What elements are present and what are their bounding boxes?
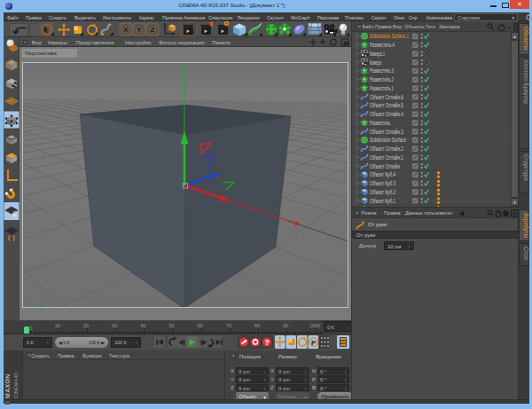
svg-text:?: ? <box>264 338 269 347</box>
svg-text:Объект Сплайн: Объект Сплайн <box>370 163 400 169</box>
svg-text:Объект Куб.3: Объект Куб.3 <box>370 180 395 187</box>
svg-text:X: X <box>123 26 129 34</box>
svg-text:Subdivision Surface: Subdivision Surface <box>370 137 406 143</box>
svg-text:Камера: Камера <box>370 59 381 67</box>
svg-text:Объект Сплайн.4: Объект Сплайн.4 <box>370 111 403 117</box>
svg-text:Объект Куб.4: Объект Куб.4 <box>370 171 395 178</box>
svg-text:Z: Z <box>151 26 155 34</box>
svg-text:Разместить.1: Разместить.1 <box>370 85 394 91</box>
svg-text:Разместить: Разместить <box>370 120 390 126</box>
svg-text:Объект Сплайн.6: Объект Сплайн.6 <box>370 94 403 100</box>
svg-text:Камера.1: Камера.1 <box>370 51 385 58</box>
svg-text:Разместить.4: Разместить.4 <box>370 42 395 48</box>
svg-text:Разместить.3: Разместить.3 <box>370 67 394 74</box>
svg-text:P: P <box>311 339 317 347</box>
svg-text:Объект Сплайн.2: Объект Сплайн.2 <box>370 146 403 152</box>
svg-text:Объект Сплайн.3: Объект Сплайн.3 <box>370 129 403 135</box>
svg-text:Subdivision Surface.1: Subdivision Surface.1 <box>370 33 409 39</box>
svg-text:Объект Куб.2: Объект Куб.2 <box>370 189 395 196</box>
svg-text:Объект Сплайн.1: Объект Сплайн.1 <box>370 154 403 161</box>
svg-text:Объект Сплайн.5: Объект Сплайн.5 <box>370 102 403 108</box>
svg-text:Y: Y <box>137 26 142 34</box>
svg-text:Объект Куб.1: Объект Куб.1 <box>370 198 395 205</box>
svg-text:Разместить.2: Разместить.2 <box>370 76 394 83</box>
